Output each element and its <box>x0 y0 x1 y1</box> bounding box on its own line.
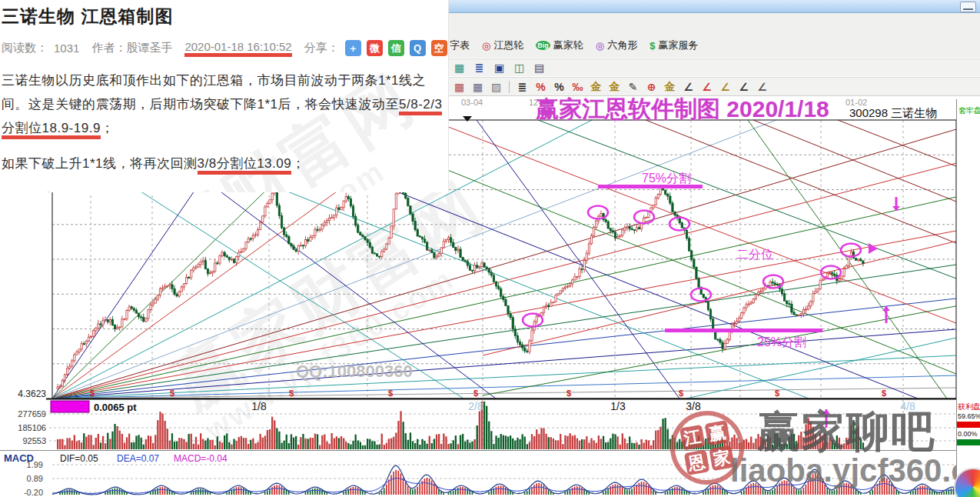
toolbar-file: ▦≣▣◫▤ <box>448 58 980 76</box>
percent-red-icon[interactable]: % <box>533 79 549 94</box>
article-paragraph: 如果下破上升1*1线，将再次回测3/8分割位13.09； <box>2 152 447 175</box>
menu-hexagon-icon: ◎ <box>596 40 604 52</box>
gold-line-icon[interactable]: 金 <box>606 79 623 94</box>
svg-text:$: $ <box>90 389 95 398</box>
svg-text:DEA=0.07: DEA=0.07 <box>117 453 159 464</box>
svg-text:QQ:100800360: QQ:100800360 <box>296 362 413 381</box>
svg-text:$: $ <box>170 389 174 398</box>
trapped-label: 套牢盘 <box>958 105 980 116</box>
svg-text:$: $ <box>679 389 683 398</box>
svg-text:185106: 185106 <box>18 423 46 432</box>
share-label: 分享： <box>304 41 339 55</box>
profit-bar <box>957 422 980 428</box>
svg-text:DIF=0.05: DIF=0.05 <box>60 453 98 464</box>
svg-text:1/8: 1/8 <box>251 400 267 412</box>
zero-bar <box>957 439 980 445</box>
percent-icon[interactable]: % <box>551 79 567 94</box>
menu-winner-wheel[interactable]: Big赢家轮 <box>536 38 583 52</box>
svg-text:二分位: 二分位 <box>736 248 773 261</box>
print-icon[interactable]: ▤ <box>531 61 547 75</box>
svg-text:2/8: 2/8 <box>468 400 483 412</box>
svg-text:3/8: 3/8 <box>686 400 701 412</box>
software-watermark: 赢家江恩软件制图 2020/1/18 <box>536 94 829 125</box>
svg-text:300298 三诺生物: 300298 三诺生物 <box>849 106 937 119</box>
qq-icon[interactable]: Q <box>410 40 426 56</box>
svg-text:0.0065 pt: 0.0065 pt <box>94 402 137 413</box>
save-icon[interactable]: ▣ <box>491 61 507 75</box>
menu-zibiao[interactable]: 字表 <box>450 38 470 52</box>
share-chart-icon[interactable]: ◫ <box>511 61 527 75</box>
article-meta: 阅读数：1031 作者：股谭圣手 2020-01-18 16:10:52 分享：… <box>2 39 447 57</box>
svg-text:1/3: 1/3 <box>610 400 626 412</box>
minimize-button[interactable] <box>960 2 976 12</box>
angle-misc-icon[interactable]: ∠ <box>754 79 770 94</box>
gold-circle-icon[interactable]: 金 <box>588 79 604 94</box>
svg-text:$: $ <box>882 389 886 398</box>
target-red-icon[interactable]: ⊕ <box>643 79 659 94</box>
article-datetime: 2020-01-18 16:10:52 <box>184 40 291 57</box>
article-body: 三诺生物以历史底和顶作出如下的江恩箱，市场目前波动于两条1*1线之间。这是关键的… <box>2 68 447 192</box>
menu-bar: 字表◎江恩轮Big赢家轮◎六角形$赢家服务 <box>450 38 698 52</box>
menu-hexagon[interactable]: ◎六角形 <box>596 38 637 52</box>
svg-text:1.99: 1.99 <box>27 460 43 469</box>
seal-char: 赢 <box>705 420 731 446</box>
svg-text:MACD=-0.04: MACD=-0.04 <box>174 453 228 464</box>
bars-tool-icon[interactable]: ≣ <box>514 79 530 94</box>
zero-percent: 0.00% <box>958 430 978 438</box>
software-logo <box>954 468 980 497</box>
gannbox-red-icon[interactable]: ▦ <box>451 79 467 94</box>
svg-text:75%分割: 75%分割 <box>642 172 691 185</box>
notes-icon[interactable]: ≣ <box>471 61 487 75</box>
chip-distribution-panel: 套牢盘 获利盘 59.65% 0.00% <box>956 99 980 497</box>
wechat-icon[interactable]: 信 <box>388 40 404 56</box>
reads-count: 1031 <box>54 42 79 55</box>
menu-strip: 字表◎江恩轮Big赢家轮◎六角形$赢家服务 <box>448 13 980 58</box>
author-label: 作者： <box>91 41 126 55</box>
toolbar-separator <box>509 81 510 93</box>
menu-winner-wheel-icon: Big <box>536 41 550 50</box>
svg-text:25%分割: 25%分割 <box>757 335 806 349</box>
angle-fish-icon[interactable]: ∠ <box>717 79 733 94</box>
svg-text:-0.20: -0.20 <box>24 488 43 497</box>
permille-icon[interactable]: ‰ <box>570 79 586 94</box>
article-paragraph: 当下还应注意江恩箱二分位16.00； <box>2 187 447 192</box>
underlined-key-level: 江恩箱二分位16.00 <box>82 192 198 192</box>
menu-winner-service-icon: $ <box>649 40 655 52</box>
seal-char: 江 <box>679 425 706 451</box>
underlined-key-level: 3/8分割位13.09 <box>198 156 292 175</box>
author-name: 股谭圣手 <box>126 41 172 55</box>
svg-text:277659: 277659 <box>18 409 46 419</box>
svg-text:$: $ <box>388 389 393 398</box>
gannbox-icon[interactable]: ▦ <box>470 79 486 94</box>
reads-label: 阅读数： <box>2 41 48 55</box>
menu-gann-wheel[interactable]: ◎江恩轮 <box>482 38 523 52</box>
angle-f-icon[interactable]: ∠ <box>699 79 715 94</box>
svg-text:$: $ <box>775 389 779 398</box>
pen-icon[interactable]: ✎ <box>625 79 641 94</box>
calc-icon[interactable]: ▦ <box>451 61 467 75</box>
angle-build-icon[interactable]: ∠ <box>736 79 752 94</box>
profit-percent: 59.65% <box>958 412 980 420</box>
share-more-icon[interactable]: ＋ <box>345 40 361 56</box>
svg-text:$: $ <box>566 389 571 398</box>
qzone-icon[interactable]: 空 <box>431 40 447 56</box>
angles-icon[interactable]: ▨ <box>488 79 504 94</box>
gold2-icon[interactable]: 金 <box>662 79 678 94</box>
article-paragraph: 三诺生物以历史底和顶作出如下的江恩箱，市场目前波动于两条1*1线之间。这是关键的… <box>2 68 447 140</box>
menu-gann-wheel-icon: ◎ <box>482 40 490 52</box>
menu-winner-service[interactable]: $赢家服务 <box>649 38 698 52</box>
article-title: 三诺生物 江恩箱制图 <box>2 5 447 28</box>
window-titlebar[interactable] <box>448 0 980 13</box>
svg-text:0.89: 0.89 <box>27 474 43 483</box>
angle-j-icon[interactable]: ∠ <box>680 79 696 94</box>
svg-text:92553: 92553 <box>22 436 46 445</box>
share-icon-row: ＋微信Q空贴 <box>345 39 449 57</box>
brand-url-watermark: liaoba.yjcf360.com <box>730 452 980 489</box>
svg-text:4.3623: 4.3623 <box>18 389 46 399</box>
weibo-icon[interactable]: 微 <box>367 40 383 56</box>
svg-text:03-04: 03-04 <box>461 98 483 107</box>
svg-text:$: $ <box>289 389 294 398</box>
svg-text:$: $ <box>473 389 478 398</box>
seal-char: 恩 <box>684 449 710 475</box>
screenshot-stage: 赢家财富网 www.yjcf360.com 03-0412-1501-02300… <box>0 0 980 497</box>
